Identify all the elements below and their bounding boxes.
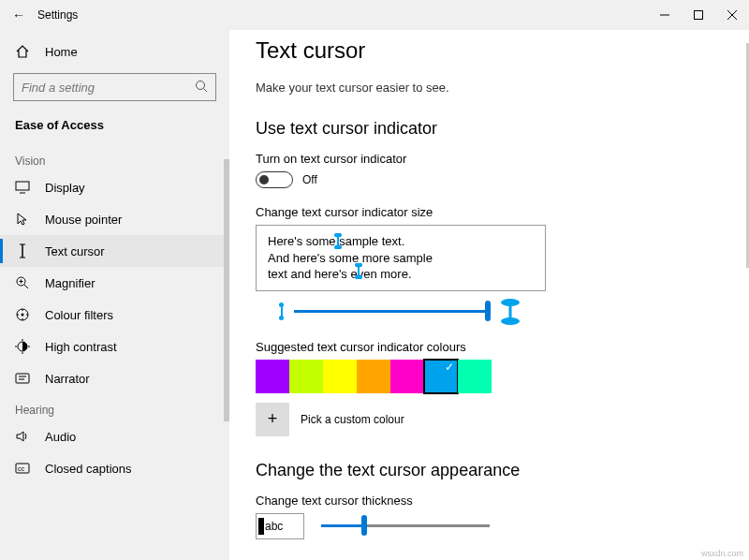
custom-colour-button[interactable]: + [256,403,289,436]
indicator-size-slider[interactable] [294,310,491,313]
colour-swatch-1[interactable] [289,360,323,393]
sidebar: Home Ease of Access Vision Display Mouse… [0,30,229,560]
close-button[interactable] [715,1,749,29]
nav-label: High contrast [45,340,117,354]
colour-swatches [256,360,723,393]
svg-point-16 [22,314,24,317]
svg-point-33 [334,245,342,250]
svg-line-12 [24,285,28,288]
nav-label: Magnifier [45,276,95,290]
window-title: Settings [37,8,78,22]
text-cursor-icon [15,243,30,258]
search-field[interactable] [22,81,181,95]
colours-label: Suggested text cursor indicator colours [256,340,723,354]
content-pane: Text cursor Make your text cursor easier… [229,30,749,560]
thickness-slider[interactable] [321,524,490,527]
sidebar-item-closed-captions[interactable]: cc Closed captions [0,452,229,484]
thickness-cursor-icon [258,518,264,535]
svg-rect-35 [358,265,360,276]
sidebar-item-high-contrast[interactable]: High contrast [0,331,229,362]
nav-label: Mouse pointer [45,213,122,227]
sidebar-item-mouse-pointer[interactable]: Mouse pointer [0,203,229,235]
section-title: Ease of Access [0,118,229,145]
colour-swatch-6[interactable] [458,360,492,393]
svg-point-39 [501,317,520,325]
minimize-button[interactable] [648,1,682,29]
toggle-label: Turn on text cursor indicator [256,152,723,166]
sample-text-box: Here's some sample text. And here's some… [256,225,546,291]
nav-label: Text cursor [45,244,105,258]
captions-icon: cc [15,461,30,476]
colour-swatch-3[interactable] [357,360,390,393]
group-vision: Vision [0,145,229,171]
home-nav[interactable]: Home [0,36,229,67]
svg-point-4 [197,81,205,89]
nav-label: Narrator [45,372,90,386]
size-label: Change text cursor indicator size [256,205,723,219]
thickness-label: Change text cursor thickness [256,494,723,508]
nav-label: Display [45,181,85,195]
high-contrast-icon [15,339,30,354]
sidebar-item-colour-filters[interactable]: Colour filters [0,299,229,331]
watermark: wsxdn.com [701,549,743,558]
svg-rect-32 [337,235,339,246]
svg-rect-26 [16,374,29,383]
magnifier-icon [15,275,30,290]
sample-cursor-indicator-2 [355,263,361,276]
sidebar-item-narrator[interactable]: Narrator [0,362,229,394]
svg-rect-6 [16,182,29,190]
size-max-icon [500,299,521,325]
audio-icon [15,429,30,444]
toggle-state: Off [302,173,317,186]
custom-colour-label: Pick a custom colour [301,413,404,426]
pointer-icon [15,212,30,227]
thickness-preview: abc [256,513,304,539]
nav-label: Colour filters [45,308,113,322]
nav-label: Closed captions [45,462,132,476]
back-button[interactable]: ← [0,7,37,22]
search-icon [195,80,208,96]
sidebar-item-display[interactable]: Display [0,171,229,203]
svg-text:cc: cc [18,465,25,472]
size-min-icon [278,302,285,322]
svg-rect-1 [695,11,703,20]
nav-label: Audio [45,430,76,444]
search-input[interactable] [13,73,216,101]
sidebar-item-text-cursor[interactable]: Text cursor [0,235,229,267]
display-icon [15,180,30,195]
home-icon [15,44,30,59]
indicator-heading: Use text cursor indicator [256,119,723,139]
colour-filters-icon [15,307,30,322]
group-hearing: Hearing [0,394,229,420]
indicator-toggle[interactable] [256,171,293,188]
appearance-heading: Change the text cursor appearance [256,461,723,480]
sidebar-item-magnifier[interactable]: Magnifier [0,267,229,299]
maximize-button[interactable] [682,1,715,29]
home-label: Home [45,45,78,59]
sidebar-item-audio[interactable]: Audio [0,420,229,452]
svg-point-36 [355,275,362,280]
sample-cursor-indicator [334,233,341,246]
page-subtitle: Make your text cursor easier to see. [256,81,723,95]
svg-line-5 [204,88,208,92]
colour-swatch-4[interactable] [390,360,424,393]
colour-swatch-5[interactable] [424,360,458,393]
page-title: Text cursor [256,37,723,64]
colour-swatch-0[interactable] [256,360,289,393]
colour-swatch-2[interactable] [323,360,357,393]
narrator-icon [15,371,30,386]
